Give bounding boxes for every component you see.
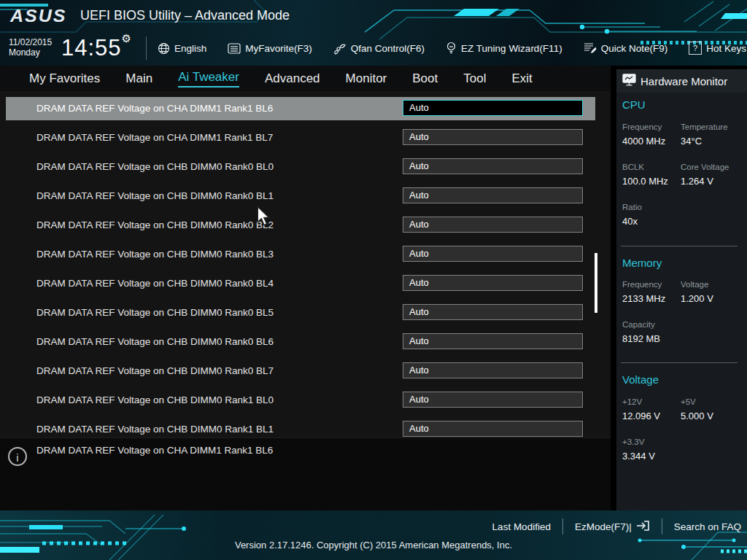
search-on-faq-button[interactable]: Search on FAQ (674, 521, 741, 532)
qfan-control-button[interactable]: Qfan Control(F6) (333, 42, 425, 55)
globe-icon (158, 42, 170, 55)
setting-value-dropdown[interactable]: Auto (403, 333, 583, 349)
hot-keys-icon: ? (689, 42, 702, 55)
setting-row[interactable]: DRAM DATA REF Voltage on CHB DIMM0 Rank0… (6, 359, 595, 383)
tab-exit[interactable]: Exit (511, 71, 532, 86)
hardware-monitor-header: Hardware Monitor (616, 69, 747, 93)
setting-row[interactable]: DRAM DATA REF Voltage on CHB DIMM0 Rank0… (6, 301, 595, 324)
setting-label: DRAM DATA REF Voltage on CHB DIMM0 Rank0… (36, 243, 274, 266)
cpu-temperature: Temperature34°C (681, 122, 746, 147)
last-modified-button[interactable]: Last Modified (492, 521, 551, 532)
tab-main[interactable]: Main (125, 71, 152, 86)
version-text: Version 2.17.1246. Copyright (C) 2015 Am… (0, 540, 747, 551)
setting-row[interactable]: DRAM DATA REF Voltage on CHB DIMM0 Rank0… (6, 243, 595, 266)
setting-value-dropdown[interactable]: Auto (403, 421, 583, 437)
memory-voltage: Voltage1.200 V (681, 280, 746, 304)
day-value: Monday (9, 47, 52, 58)
voltage-section-heading: Voltage (622, 373, 659, 386)
last-modified-label: Last Modified (492, 521, 551, 532)
voltage-3-3v: +3.3V3.344 V (622, 438, 688, 462)
exit-to-ezmode-icon (635, 520, 650, 534)
footer-separator (562, 518, 563, 534)
section-divider (621, 362, 738, 363)
setting-label: DRAM DATA REF Voltage on CHB DIMM0 Rank0… (36, 301, 274, 324)
ez-tuning-wizard-button[interactable]: EZ Tuning Wizard(F11) (446, 42, 562, 55)
setting-row[interactable]: DRAM DATA REF Voltage on CHB DIMM0 Rank1… (6, 418, 595, 438)
setting-label: DRAM DATA REF Voltage on CHB DIMM0 Rank0… (36, 155, 274, 179)
scrollbar-thumb[interactable] (595, 253, 597, 313)
tab-ai-tweaker[interactable]: Ai Tweaker (178, 70, 239, 88)
setting-value-dropdown[interactable]: Auto (403, 217, 583, 233)
setting-row[interactable]: DRAM DATA REF Voltage on CHA DIMM1 Rank1… (6, 126, 595, 149)
setting-value-dropdown[interactable]: Auto (403, 129, 583, 145)
hot-keys-button[interactable]: ? Hot Keys (689, 42, 746, 55)
hot-keys-label: Hot Keys (706, 43, 746, 54)
cpu-bclk: BCLK100.0 MHz (622, 163, 688, 187)
setting-label: DRAM DATA REF Voltage on CHB DIMM0 Rank0… (36, 359, 274, 383)
cpu-section-heading: CPU (622, 98, 646, 111)
header: ASUS UEFI BIOS Utility – Advanced Mode 1… (0, 0, 747, 66)
setting-label: DRAM DATA REF Voltage on CHB DIMM0 Rank0… (36, 272, 274, 295)
quick-note-button[interactable]: Quick Note(F9) (584, 42, 668, 54)
language-label: English (174, 43, 206, 54)
tab-my-favorites[interactable]: My Favorites (29, 71, 100, 86)
setting-value-dropdown[interactable]: Auto (403, 246, 583, 262)
section-divider (621, 246, 738, 246)
app-title: UEFI BIOS Utility – Advanced Mode (80, 8, 290, 23)
setting-value-dropdown[interactable]: Auto (403, 187, 583, 203)
tab-advanced[interactable]: Advanced (265, 71, 320, 86)
setting-row[interactable]: DRAM DATA REF Voltage on CHB DIMM0 Rank0… (6, 184, 595, 208)
tab-tool[interactable]: Tool (463, 71, 486, 86)
setting-value-dropdown[interactable]: Auto (403, 100, 583, 116)
myfavorite-icon (228, 43, 241, 54)
ezmode-button[interactable]: EzMode(F7)| (575, 520, 650, 534)
setting-row[interactable]: DRAM DATA REF Voltage on CHB DIMM0 Rank0… (6, 155, 595, 179)
date-display[interactable]: 11/02/2015 Monday (9, 37, 52, 58)
setting-value-dropdown[interactable]: Auto (403, 362, 583, 378)
date-value: 11/02/2015 (9, 37, 52, 47)
clock-settings-gear-icon[interactable]: ⚙ (122, 32, 132, 44)
setting-row[interactable]: DRAM DATA REF Voltage on CHB DIMM0 Rank1… (6, 389, 595, 412)
memory-frequency: Frequency2133 MHz (622, 280, 688, 304)
language-button[interactable]: English (158, 42, 206, 55)
quick-note-label: Quick Note(F9) (601, 43, 668, 54)
asus-logo: ASUS (10, 7, 66, 26)
voltage-5v: +5V5.000 V (681, 397, 746, 421)
toolbar-separator (146, 36, 147, 60)
hardware-monitor-title: Hardware Monitor (640, 75, 727, 88)
time-display[interactable]: 14:55⚙ (61, 32, 132, 61)
setting-value-dropdown[interactable]: Auto (403, 158, 583, 174)
voltage-12v: +12V12.096 V (622, 397, 688, 421)
header-toolbar: English MyFavorite(F3) Qfan Contr (158, 38, 746, 58)
setting-value-dropdown[interactable]: Auto (403, 392, 583, 408)
setting-label: DRAM DATA REF Voltage on CHB DIMM0 Rank1… (36, 389, 274, 412)
memory-capacity: Capacity8192 MB (622, 320, 688, 344)
cpu-core-voltage: Core Voltage1.264 V (681, 163, 746, 187)
myfavorite-button[interactable]: MyFavorite(F3) (228, 43, 312, 54)
ezmode-label: EzMode(F7)| (575, 521, 632, 532)
settings-list: DRAM DATA REF Voltage on CHA DIMM1 Rank1… (0, 91, 611, 438)
myfavorite-label: MyFavorite(F3) (245, 43, 312, 54)
setting-row[interactable]: DRAM DATA REF Voltage on CHB DIMM0 Rank0… (6, 330, 595, 354)
setting-value-dropdown[interactable]: Auto (403, 275, 583, 291)
main-menu-tabbar: My Favorites Main Ai Tweaker Advanced Mo… (0, 66, 611, 91)
footer-bar: Last Modified EzMode(F7)| Search on FAQ … (0, 510, 747, 560)
footer-links: Last Modified EzMode(F7)| Search on FAQ (492, 518, 741, 534)
setting-row[interactable]: DRAM DATA REF Voltage on CHB DIMM0 Rank0… (6, 272, 595, 295)
monitor-graph-icon (622, 74, 636, 88)
setting-value-dropdown[interactable]: Auto (403, 304, 583, 320)
bios-screen: ASUS UEFI BIOS Utility – Advanced Mode 1… (0, 0, 747, 560)
setting-label: DRAM DATA REF Voltage on CHB DIMM0 Rank0… (36, 214, 274, 237)
qfan-label: Qfan Control(F6) (351, 43, 425, 54)
setting-row[interactable]: DRAM DATA REF Voltage on CHA DIMM1 Rank1… (6, 97, 595, 120)
setting-label: DRAM DATA REF Voltage on CHB DIMM0 Rank0… (36, 184, 274, 208)
tab-boot[interactable]: Boot (412, 71, 438, 86)
cpu-ratio: Ratio40x (622, 203, 688, 227)
tab-monitor[interactable]: Monitor (346, 71, 387, 86)
setting-label: DRAM DATA REF Voltage on CHB DIMM0 Rank1… (36, 418, 274, 438)
quick-note-icon (584, 42, 597, 54)
setting-row[interactable]: DRAM DATA REF Voltage on CHB DIMM0 Rank0… (6, 214, 595, 237)
info-icon: i (8, 447, 27, 466)
search-faq-label: Search on FAQ (674, 521, 741, 532)
setting-label: DRAM DATA REF Voltage on CHA DIMM1 Rank1… (36, 97, 273, 120)
